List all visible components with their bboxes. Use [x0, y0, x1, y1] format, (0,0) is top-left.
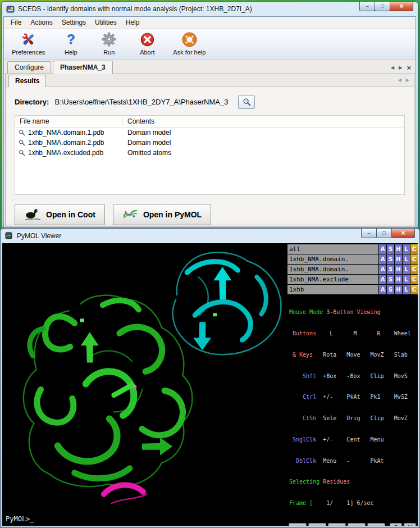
hide-button[interactable]: H	[395, 285, 402, 294]
matrix-values: +/- PkAt Pk1 MvSZ	[316, 394, 408, 400]
column-header-contents[interactable]: Contents	[123, 116, 404, 127]
results-scroll-left-icon[interactable]: ◀	[398, 78, 401, 83]
color-button[interactable]: C	[410, 265, 418, 274]
hide-button[interactable]: H	[395, 275, 402, 284]
pymol-ribbon-icon	[122, 208, 138, 221]
label-button[interactable]: L	[403, 244, 410, 254]
molecule-viewport[interactable]: PyMOL>_	[2, 243, 287, 526]
pymol-titlebar[interactable]: PyMOL Viewer – □ ×	[1, 229, 419, 243]
sceds-titlebar[interactable]: SCEDS - identify domains with normal mod…	[2, 2, 418, 16]
menu-file[interactable]: File	[6, 17, 26, 28]
show-button[interactable]: S	[387, 275, 394, 284]
action-button[interactable]: A	[379, 265, 386, 274]
search-icon	[18, 149, 26, 157]
object-name-domain-1[interactable]: 1xhb_NMA.domain.	[287, 254, 378, 264]
minimize-button[interactable]: –	[359, 2, 375, 11]
tab-results[interactable]: Results	[8, 75, 46, 87]
tab-scroll-right-icon[interactable]: ▶	[399, 66, 402, 70]
object-row: all ASHLC	[287, 244, 418, 254]
toolbar-ask-for-help[interactable]: Ask for help	[173, 31, 206, 56]
maximize-button[interactable]: □	[375, 2, 390, 11]
go-to-start-button[interactable]: |◀	[289, 523, 307, 526]
label-button[interactable]: L	[403, 254, 410, 264]
playback-controls: |◀ ◀ ■ ▶ ▶| S V	[287, 521, 418, 526]
results-panel: Results ◀ ▶ Directory: B:\Users\oeffner\…	[5, 74, 414, 226]
column-header-file-name[interactable]: File name	[15, 116, 123, 127]
open-in-coot-button[interactable]: Open in Coot	[15, 204, 105, 225]
pymol-window-icon	[5, 232, 13, 240]
table-row[interactable]: 1xhb_NMA.domain.2.pdb Domain model	[15, 138, 404, 148]
tab-phasernma-3[interactable]: PhaserNMA_3	[53, 61, 113, 74]
hide-button[interactable]: H	[395, 265, 402, 274]
results-scroll-right-icon[interactable]: ▶	[406, 78, 409, 83]
close-button[interactable]: ×	[390, 2, 413, 11]
table-row[interactable]: 1xhb_NMA.excluded.pdb Omitted atoms	[15, 148, 404, 158]
label-button[interactable]: L	[403, 275, 410, 284]
show-button[interactable]: S	[387, 265, 394, 274]
stop-button[interactable]: ■	[328, 523, 346, 526]
show-button[interactable]: S	[387, 254, 394, 264]
toolbar-run-label: Run	[103, 49, 115, 56]
matrix-values: +/- Cent Menu	[316, 436, 384, 443]
play-button[interactable]: ▶	[348, 523, 366, 526]
tab-close-icon[interactable]: ×	[407, 64, 411, 71]
abort-icon	[140, 31, 155, 47]
open-in-pymol-button[interactable]: Open in PyMOL	[113, 204, 211, 225]
browse-button[interactable]	[238, 95, 255, 109]
object-name-1xhb[interactable]: 1xhb	[287, 285, 378, 294]
matrix-key: SnglClk	[289, 436, 316, 443]
menu-utilities[interactable]: Utilities	[90, 17, 121, 28]
mouse-mode-value[interactable]: 3-Button Viewing	[323, 309, 380, 315]
color-button[interactable]: C	[410, 285, 418, 294]
toolbar-run[interactable]: Run	[97, 31, 121, 56]
label-button[interactable]: L	[403, 265, 410, 274]
sceds-window: SCEDS - identify domains with normal mod…	[1, 1, 418, 228]
search-icon	[18, 139, 26, 147]
menu-actions[interactable]: Actions	[26, 17, 57, 28]
tab-configure[interactable]: Configure	[7, 61, 51, 74]
frame-label: Frame [	[289, 500, 313, 506]
mouse-mode-panel: Mouse Mode 3-Button Viewing Buttons L M …	[287, 295, 418, 521]
color-button[interactable]: C	[410, 254, 418, 264]
action-button[interactable]: A	[379, 275, 386, 284]
selecting-mode[interactable]: Residues	[319, 479, 350, 485]
minimize-button[interactable]: –	[361, 229, 377, 238]
mouse-mode-label[interactable]: Mouse Mode	[289, 309, 323, 315]
go-to-end-button[interactable]: ▶|	[367, 523, 385, 526]
object-row: 1xhb_NMA.domain. ASHLC	[287, 254, 418, 264]
tab-bar: Configure PhaserNMA_3 ◀ ▶ ×	[4, 60, 416, 74]
directory-path: B:\Users\oeffner\Tests\1XHB_2DY7_A\Phase…	[54, 98, 228, 106]
menu-settings[interactable]: Settings	[57, 17, 90, 28]
tab-scroll-left-icon[interactable]: ◀	[391, 66, 394, 70]
hide-button[interactable]: H	[395, 244, 402, 254]
action-button[interactable]: A	[379, 285, 386, 294]
open-in-coot-label: Open in Coot	[46, 210, 95, 219]
toolbar-preferences[interactable]: Preferences	[12, 31, 45, 56]
color-button[interactable]: C	[410, 244, 418, 254]
object-name-all[interactable]: all	[287, 244, 378, 254]
step-back-button[interactable]: ◀	[308, 523, 326, 526]
hide-button[interactable]: H	[395, 254, 402, 264]
object-name-domain-2[interactable]: 1xhb_NMA.domain.	[287, 265, 378, 274]
color-button[interactable]: C	[410, 275, 418, 284]
object-name-excluded[interactable]: 1xhb_NMA.exclude	[287, 275, 378, 284]
menu-help[interactable]: Help	[121, 17, 144, 28]
toolbar-abort[interactable]: Abort	[135, 31, 159, 56]
action-button[interactable]: A	[379, 254, 386, 264]
maximize-button[interactable]: □	[376, 229, 392, 238]
file-contents: Domain model	[123, 129, 171, 136]
label-button[interactable]: L	[403, 285, 410, 294]
table-row[interactable]: 1xhb_NMA.domain.1.pdb Domain model	[15, 128, 404, 138]
s-button[interactable]: S	[390, 523, 402, 526]
action-button[interactable]: A	[379, 244, 386, 254]
selecting-label[interactable]: Selecting	[289, 479, 319, 485]
matrix-key: Ctrl	[289, 394, 316, 400]
toolbar-help[interactable]: ? Help	[58, 31, 83, 56]
show-button[interactable]: S	[387, 285, 394, 294]
close-button[interactable]: ×	[391, 229, 415, 238]
show-button[interactable]: S	[387, 244, 394, 254]
v-button[interactable]: V	[404, 523, 416, 526]
pymol-command-prompt[interactable]: PyMOL>_	[6, 515, 34, 523]
table-header: File name Contents	[15, 116, 404, 128]
question-icon: ?	[67, 31, 75, 47]
